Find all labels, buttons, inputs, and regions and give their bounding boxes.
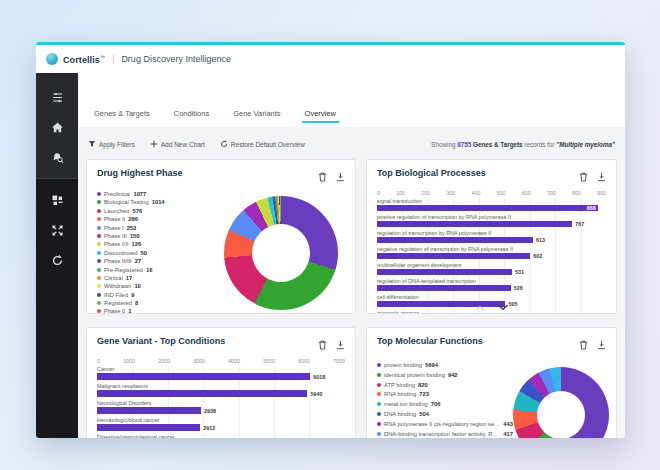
axis-tick: 1000	[123, 358, 135, 364]
legend-color-dot	[97, 309, 101, 313]
download-icon[interactable]	[336, 336, 345, 354]
legend-item: Biological Testing 1014	[97, 199, 217, 205]
card-title: Gene Variant - Top Conditions	[97, 336, 225, 346]
legend-color-dot	[377, 432, 381, 436]
trash-icon[interactable]	[579, 336, 588, 354]
record-count: 8755	[457, 141, 471, 148]
sync-icon[interactable]	[46, 249, 68, 271]
axis-tick: 900	[597, 190, 606, 196]
bar-row: Cancer 6018	[97, 366, 345, 380]
alerts-search-icon[interactable]	[46, 146, 68, 168]
card-top-biological-processes: Top Biological Processes	[366, 159, 617, 314]
chevron-down-icon[interactable]	[497, 304, 508, 311]
home-icon[interactable]	[46, 116, 68, 138]
app-window: Cortellis™ | Drug Discovery Intelligence	[36, 42, 625, 438]
legend-item: Preclinical 1077	[97, 191, 217, 197]
legend-item: Registered 8	[97, 300, 217, 306]
search-query: "Multiple myeloma"	[556, 141, 615, 148]
trash-icon[interactable]	[579, 168, 588, 186]
chevron-up-icon[interactable]	[475, 305, 484, 311]
bar-row: multicellular organism development 531	[377, 262, 606, 275]
sidebar-top-section	[36, 73, 78, 179]
apply-filters-button[interactable]: Apply Filters	[88, 140, 135, 148]
toolbar: Apply Filters Add New Chart Restore Defa…	[88, 135, 615, 153]
axis-tick: 3000	[193, 358, 205, 364]
bar[interactable]	[97, 390, 307, 397]
record-entity: Genes & Targets	[473, 141, 523, 148]
expand-icon[interactable]	[46, 219, 68, 241]
legend-color-dot	[97, 293, 101, 297]
bar[interactable]	[377, 285, 511, 291]
card-drug-highest-phase: Drug Highest Phase	[86, 159, 356, 314]
legend-color-dot	[97, 251, 101, 255]
axis-tick: 0	[97, 358, 100, 364]
legend-item: Phase 0 1	[97, 308, 217, 314]
legend-color-dot	[97, 259, 101, 263]
legend-color-dot	[377, 392, 381, 396]
legend-color-dot	[97, 242, 101, 246]
card-gene-variant-top-conditions: Gene Variant - Top Conditions	[86, 327, 356, 438]
download-icon[interactable]	[336, 168, 345, 186]
axis-tick: 4000	[228, 358, 240, 364]
donut-chart-top-molecular-functions[interactable]	[513, 367, 609, 438]
legend-color-dot	[97, 217, 101, 221]
legend-item: Phase II 286	[97, 216, 217, 222]
brand-name: Cortellis™	[63, 54, 105, 65]
legend-item: Phase I 253	[97, 225, 217, 231]
sidebar	[36, 73, 78, 438]
tab[interactable]: Overview	[305, 109, 336, 127]
restore-default-overview-button[interactable]: Restore Default Overview	[220, 140, 305, 148]
legend-color-dot	[377, 373, 381, 377]
main-area: Genes & Targets Conditions Gene Variants…	[78, 73, 625, 438]
legend-item: ATP binding 820	[377, 382, 513, 388]
axis-tick: 700	[547, 190, 556, 196]
legend-item: Phase I/II 126	[97, 241, 217, 247]
cortellis-logo-icon	[46, 53, 58, 65]
donut-hole	[537, 391, 585, 438]
legend-color-dot	[97, 301, 101, 305]
tab-bar: Genes & Targets Conditions Gene Variants…	[78, 73, 625, 127]
legend-item: RNA polymerase II cis-regulatory region …	[377, 421, 513, 427]
tab[interactable]: Conditions	[174, 109, 209, 127]
download-icon[interactable]	[597, 336, 606, 354]
axis-tick: 400	[472, 190, 481, 196]
filter-icon	[88, 140, 96, 148]
donut-chart-drug-highest-phase[interactable]	[224, 196, 338, 310]
plus-icon	[150, 140, 158, 148]
tab[interactable]: Genes & Targets	[94, 109, 150, 127]
plot-area: Cancer 6018 Malignant neoplasms	[97, 366, 345, 438]
legend-item: RNA binding 723	[377, 391, 513, 397]
legend-item: identical protein binding 942	[377, 372, 513, 378]
trash-icon[interactable]	[318, 336, 327, 354]
bar[interactable]	[377, 205, 598, 211]
axis-tick: 0	[377, 190, 380, 196]
results-summary: Showing 8755 Genes & Targets records for…	[431, 141, 615, 148]
bar[interactable]	[97, 373, 310, 380]
restore-icon	[220, 140, 228, 148]
plot-area: signal transduction 868 positive regul	[377, 198, 606, 314]
bar-row: Malignant neoplasms 5940	[97, 383, 345, 397]
bar[interactable]	[97, 424, 200, 431]
bar[interactable]	[97, 407, 201, 414]
legend-item: Launched 576	[97, 208, 217, 214]
bar[interactable]	[377, 237, 533, 243]
legend-item: Pre-Registered 16	[97, 267, 217, 273]
download-icon[interactable]	[597, 168, 606, 186]
sidebar-bottom-section	[36, 179, 78, 275]
axis-tick: 6000	[298, 358, 310, 364]
tab[interactable]: Gene Variants	[233, 109, 280, 127]
menu-icon[interactable]	[46, 86, 68, 108]
legend-color-dot	[97, 268, 101, 272]
bar[interactable]	[377, 253, 530, 259]
add-new-chart-button[interactable]: Add New Chart	[150, 140, 205, 148]
bar-row: negative regulation of transcription by …	[377, 246, 606, 259]
chart-pager	[475, 304, 508, 311]
bar[interactable]	[377, 269, 512, 275]
dashboard-icon[interactable]	[46, 189, 68, 211]
bar[interactable]	[377, 221, 572, 227]
trash-icon[interactable]	[318, 168, 327, 186]
legend-item: Phase II/III 27	[97, 258, 217, 264]
card-title: Drug Highest Phase	[97, 168, 183, 178]
legend-item: Withdrawn 10	[97, 283, 217, 289]
legend-item: Clinical 17	[97, 275, 217, 281]
